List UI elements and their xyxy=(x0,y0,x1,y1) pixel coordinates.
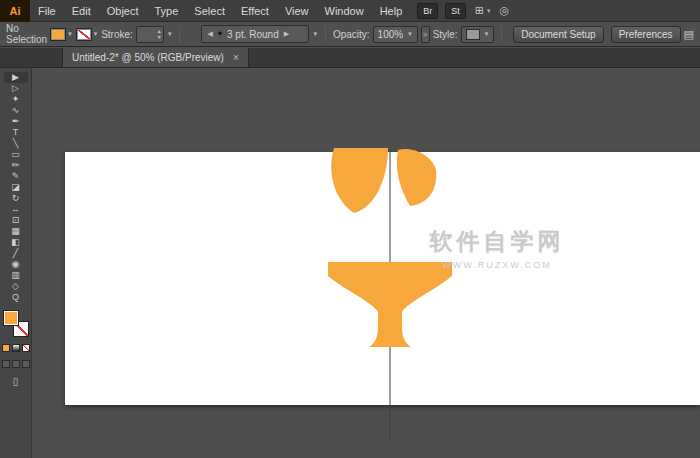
type-tool[interactable]: T xyxy=(4,127,28,138)
app-logo[interactable]: Ai xyxy=(0,0,30,22)
body-shape[interactable] xyxy=(328,262,452,347)
tools-panel: ▶ ▷ ✦ ∿ ✒ T ╲ ▭ ✏ ✎ ◪ ↻ ↔ ⊡ ▦ ◧ ╱ ◉ ▥ ◇ … xyxy=(0,68,32,458)
watermark-sub: WWW.RUZXW.COM xyxy=(422,260,572,270)
blend-tool[interactable]: ◉ xyxy=(4,259,28,270)
width-tool[interactable]: ↔ xyxy=(4,204,28,215)
menu-file[interactable]: File xyxy=(30,0,64,22)
eyedropper-tool[interactable]: ╱ xyxy=(4,248,28,259)
free-transform-tool[interactable]: ⊡ xyxy=(4,215,28,226)
chevron-down-icon[interactable]: ▾ xyxy=(484,30,490,38)
chevron-down-icon[interactable]: ▾ xyxy=(407,30,413,38)
paintbrush-tool[interactable]: ✏ xyxy=(4,160,28,171)
pen-tool[interactable]: ✒ xyxy=(4,116,28,127)
opacity-select[interactable]: 100% ▾ xyxy=(373,26,418,43)
separator xyxy=(325,26,326,43)
canvas-area[interactable]: 软件自学网 WWW.RUZXW.COM xyxy=(32,68,700,458)
fill-color-swatch[interactable] xyxy=(50,28,66,41)
watermark: 软件自学网 WWW.RUZXW.COM xyxy=(422,226,572,270)
menu-select[interactable]: Select xyxy=(186,0,233,22)
watermark-title: 软件自学网 xyxy=(422,226,572,257)
stock-button[interactable]: St xyxy=(445,3,466,19)
brush-definition-select[interactable]: ◀ • 3 pt. Round ▶ xyxy=(201,25,309,43)
stroke-weight-input[interactable]: ▴ ▾ xyxy=(136,26,164,43)
brush-dot-icon: • xyxy=(218,29,222,39)
chevron-down-icon[interactable]: ▾ xyxy=(93,30,99,38)
none-button[interactable] xyxy=(22,344,30,352)
panels-icon[interactable]: ▤ xyxy=(684,28,694,41)
fill-stroke-indicator[interactable] xyxy=(3,310,29,337)
draw-normal-mode-icon[interactable] xyxy=(2,360,10,368)
hand-tool[interactable]: ◇ xyxy=(4,281,28,292)
selection-status: No Selection xyxy=(6,23,47,45)
menu-help[interactable]: Help xyxy=(372,0,411,22)
arrange-documents-icon[interactable]: ⊞ xyxy=(475,4,484,17)
tab-title: Untitled-2* @ 50% (RGB/Preview) xyxy=(72,52,224,63)
stroke-weight-spinner[interactable]: ▴ ▾ xyxy=(158,28,161,40)
document-setup-button[interactable]: Document Setup xyxy=(513,26,604,43)
stroke-color-swatch[interactable] xyxy=(76,28,92,41)
column-graph-tool[interactable]: ▥ xyxy=(4,270,28,281)
next-brush-icon[interactable]: ▶ xyxy=(284,30,289,38)
opacity-panel-button[interactable]: > xyxy=(421,26,430,43)
menu-view[interactable]: View xyxy=(277,0,317,22)
menu-bar: Ai File Edit Object Type Select Effect V… xyxy=(0,0,700,22)
draw-behind-mode-icon[interactable] xyxy=(12,360,20,368)
bridge-button[interactable]: Br xyxy=(417,3,438,19)
menu-window[interactable]: Window xyxy=(317,0,372,22)
stroke-label: Stroke: xyxy=(101,29,133,40)
screen-mode-button[interactable]: ▯ xyxy=(13,376,19,387)
tab-bar: Untitled-2* @ 50% (RGB/Preview) × xyxy=(0,48,700,68)
control-bar: No Selection ▾ ▾ Stroke: ▴ ▾ ▾ ◀ • 3 pt.… xyxy=(0,22,700,47)
menu-effect[interactable]: Effect xyxy=(233,0,277,22)
pencil-tool[interactable]: ✎ xyxy=(4,171,28,182)
chevron-down-icon[interactable]: ▾ xyxy=(67,30,73,38)
fill-indicator[interactable] xyxy=(3,310,19,326)
color-button[interactable] xyxy=(2,344,10,352)
rotate-tool[interactable]: ↻ xyxy=(4,193,28,204)
style-label: Style: xyxy=(433,29,458,40)
selection-tool[interactable]: ▶ xyxy=(4,72,28,83)
brush-value: 3 pt. Round xyxy=(227,29,279,40)
magic-wand-tool[interactable]: ✦ xyxy=(4,94,28,105)
close-icon[interactable]: × xyxy=(233,52,239,63)
line-segment-tool[interactable]: ╲ xyxy=(4,138,28,149)
color-mode-row xyxy=(2,344,30,352)
mesh-tool[interactable]: ▦ xyxy=(4,226,28,237)
separator xyxy=(179,26,180,43)
menu-type[interactable]: Type xyxy=(147,0,187,22)
previous-brush-icon[interactable]: ◀ xyxy=(207,30,212,38)
stroke-weight-dropdown-icon[interactable]: ▾ xyxy=(167,30,173,38)
menu-object[interactable]: Object xyxy=(99,0,147,22)
draw-mode-row xyxy=(2,360,30,368)
left-ear-shape[interactable] xyxy=(331,148,388,213)
rectangle-tool[interactable]: ▭ xyxy=(4,149,28,160)
preferences-button[interactable]: Preferences xyxy=(611,26,681,43)
spinner-down-icon[interactable]: ▾ xyxy=(158,34,161,40)
style-select[interactable]: ▾ xyxy=(461,26,495,43)
right-ear-shape[interactable] xyxy=(397,149,437,206)
separator xyxy=(501,26,502,43)
fill-swatch-group[interactable]: ▾ xyxy=(50,28,73,41)
document-tab[interactable]: Untitled-2* @ 50% (RGB/Preview) × xyxy=(62,48,249,67)
opacity-value: 100% xyxy=(378,29,404,40)
lasso-tool[interactable]: ∿ xyxy=(4,105,28,116)
stroke-swatch-group[interactable]: ▾ xyxy=(76,28,99,41)
direct-selection-tool[interactable]: ▷ xyxy=(4,83,28,94)
chevron-down-icon[interactable]: ▾ xyxy=(487,7,491,15)
artwork-layer xyxy=(32,68,700,458)
draw-inside-mode-icon[interactable] xyxy=(22,360,30,368)
opacity-label: Opacity: xyxy=(333,29,370,40)
gradient-tool[interactable]: ◧ xyxy=(4,237,28,248)
zoom-tool[interactable]: Q xyxy=(4,292,28,303)
menu-edit[interactable]: Edit xyxy=(64,0,99,22)
gradient-button[interactable] xyxy=(12,344,20,352)
style-swatch xyxy=(466,29,480,40)
brush-dropdown-icon[interactable]: ▾ xyxy=(312,30,318,38)
eraser-tool[interactable]: ◪ xyxy=(4,182,28,193)
workspace-icon[interactable]: ◎ xyxy=(500,4,510,17)
